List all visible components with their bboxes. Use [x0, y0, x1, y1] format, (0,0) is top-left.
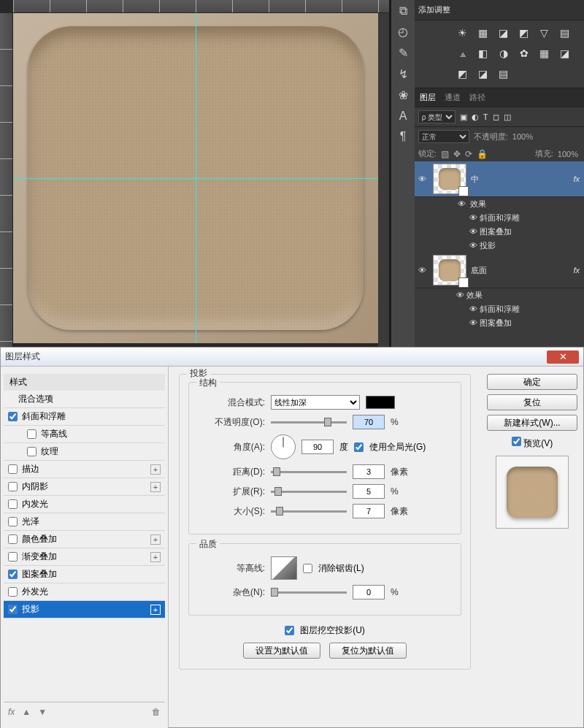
filter-shape-icon[interactable]: ◻ [493, 112, 499, 122]
global-light-checkbox[interactable] [354, 442, 364, 452]
knockout-checkbox[interactable] [285, 626, 294, 635]
style-row-stroke[interactable]: 描边+ [4, 461, 165, 478]
lock-position-icon[interactable]: ✥ [453, 149, 461, 159]
style-row-outer-glow[interactable]: 外发光 [4, 583, 165, 601]
style-row-bevel[interactable]: 斜面和浮雕 [4, 408, 165, 426]
style-row-gradient-overlay[interactable]: 渐变叠加+ [4, 548, 165, 566]
style-checkbox[interactable] [8, 587, 18, 597]
adjust-brightness-icon[interactable]: ☀ [456, 26, 469, 39]
preview-checkbox[interactable] [512, 437, 521, 446]
down-icon[interactable]: ▼ [38, 707, 47, 717]
tab-channels[interactable]: 通道 [445, 92, 461, 103]
add-icon[interactable]: + [150, 482, 161, 492]
styles-header[interactable]: 样式 [4, 374, 165, 391]
style-checkbox[interactable] [8, 499, 18, 509]
opacity-input[interactable]: 70 [353, 415, 385, 429]
size-input[interactable]: 7 [353, 504, 385, 518]
visibility-icon[interactable]: 👁 [417, 175, 429, 183]
tool-icon[interactable]: ↯ [399, 67, 408, 81]
opacity-slider[interactable] [271, 421, 347, 424]
style-checkbox[interactable] [8, 517, 18, 526]
layer-name[interactable]: 中 [471, 174, 479, 185]
adjust-hue-icon[interactable]: ▤ [558, 26, 572, 39]
tab-layers[interactable]: 图层 [420, 92, 436, 103]
spread-input[interactable]: 5 [353, 484, 385, 499]
adjust-levels-icon[interactable]: ▦ [477, 26, 490, 39]
set-default-button[interactable]: 设置为默认值 [243, 643, 320, 659]
reset-default-button[interactable]: 复位为默认值 [329, 643, 407, 659]
angle-dial[interactable] [271, 434, 296, 459]
layers-list[interactable]: 👁 中 fx 👁 效果 👁 斜面和浮雕 👁 图案叠加 👁 投影 👁 底面 fx … [412, 161, 584, 330]
style-row-contour[interactable]: 等高线 [4, 426, 165, 443]
style-checkbox[interactable] [8, 570, 18, 579]
adjust-lookup-icon[interactable]: ▦ [538, 47, 551, 60]
adjust-photo-icon[interactable]: ◑ [497, 47, 510, 60]
fx-item[interactable]: 斜面和浮雕 [480, 213, 520, 222]
layer-thumbnail[interactable] [433, 164, 466, 194]
fx-item[interactable]: 投影 [480, 241, 496, 250]
close-button[interactable]: ✕ [547, 350, 579, 364]
layer-name[interactable]: 底面 [471, 265, 487, 276]
filter-type-icon[interactable]: T [483, 112, 488, 121]
style-row-inner-shadow[interactable]: 内阴影+ [4, 478, 165, 496]
adjust-thresh-icon[interactable]: ◪ [477, 67, 490, 80]
new-style-button[interactable]: 新建样式(W)... [487, 415, 577, 431]
style-checkbox[interactable] [8, 482, 18, 491]
fx-item[interactable]: 图案叠加 [480, 318, 512, 327]
cancel-button[interactable]: 复位 [487, 394, 577, 410]
canvas-area[interactable] [0, 0, 389, 347]
antialias-checkbox[interactable] [303, 564, 312, 573]
adjust-exposure-icon[interactable]: ◩ [518, 26, 531, 39]
style-row-satin[interactable]: 光泽 [4, 513, 165, 531]
adjust-poster-icon[interactable]: ◩ [456, 67, 469, 80]
guide-vertical[interactable] [196, 13, 196, 343]
adjust-vibrance-icon[interactable]: ▽ [538, 26, 551, 39]
filter-smart-icon[interactable]: ◫ [504, 112, 511, 122]
tool-icon[interactable]: ✎ [399, 46, 408, 60]
noise-input[interactable]: 0 [353, 585, 385, 599]
layer-thumbnail[interactable] [433, 255, 466, 286]
tool-icon[interactable]: ¶ [400, 130, 407, 143]
style-row-inner-glow[interactable]: 内发光 [4, 496, 165, 513]
filter-pixel-icon[interactable]: ▣ [460, 112, 467, 122]
fx-header[interactable]: 效果 [470, 199, 486, 208]
blend-mode-select[interactable]: 正常 [418, 130, 469, 143]
lock-pixels-icon[interactable]: ▧ [441, 149, 449, 159]
fx-menu-icon[interactable]: fx [8, 707, 15, 717]
trash-icon[interactable]: 🗑 [152, 707, 161, 717]
adjust-mixer-icon[interactable]: ✿ [518, 47, 531, 60]
spread-slider[interactable] [271, 491, 347, 493]
style-checkbox[interactable] [27, 429, 36, 439]
style-checkbox[interactable] [8, 412, 18, 421]
layer-row[interactable]: 👁 中 fx [412, 161, 584, 197]
add-icon[interactable]: + [150, 534, 161, 545]
tab-paths[interactable]: 路径 [469, 92, 485, 103]
style-checkbox[interactable] [8, 534, 18, 544]
noise-slider[interactable] [271, 591, 347, 594]
adjust-bw-icon[interactable]: ◧ [477, 47, 490, 60]
style-checkbox[interactable] [8, 464, 18, 474]
size-slider[interactable] [271, 510, 347, 513]
dialog-titlebar[interactable]: 图层样式 ✕ [1, 348, 583, 367]
distance-input[interactable]: 3 [353, 464, 385, 479]
ruler-vertical[interactable] [0, 13, 13, 347]
contour-picker[interactable] [271, 556, 297, 580]
tool-icon[interactable]: A [399, 110, 407, 123]
visibility-icon[interactable]: 👁 [417, 266, 429, 275]
filter-adjust-icon[interactable]: ◐ [472, 112, 479, 122]
angle-input[interactable]: 90 [301, 440, 334, 454]
up-icon[interactable]: ▲ [22, 707, 31, 717]
style-row-texture[interactable]: 纹理 [4, 443, 165, 461]
blend-options-row[interactable]: 混合选项 [4, 391, 165, 408]
tool-icon[interactable]: ⧉ [399, 4, 407, 18]
ruler-horizontal[interactable] [13, 0, 389, 13]
adjust-curves-icon[interactable]: ◪ [497, 26, 510, 39]
style-row-drop-shadow[interactable]: 投影+ [4, 601, 165, 618]
opacity-value[interactable]: 100% [512, 132, 533, 141]
fill-value[interactable]: 100% [558, 150, 578, 158]
style-row-pattern-overlay[interactable]: 图案叠加 [4, 566, 165, 583]
fx-item[interactable]: 斜面和浮雕 [480, 304, 520, 313]
fx-indicator[interactable]: fx [573, 266, 580, 275]
style-checkbox[interactable] [27, 447, 36, 456]
layer-filter-select[interactable]: ρ 类型 [418, 110, 456, 123]
